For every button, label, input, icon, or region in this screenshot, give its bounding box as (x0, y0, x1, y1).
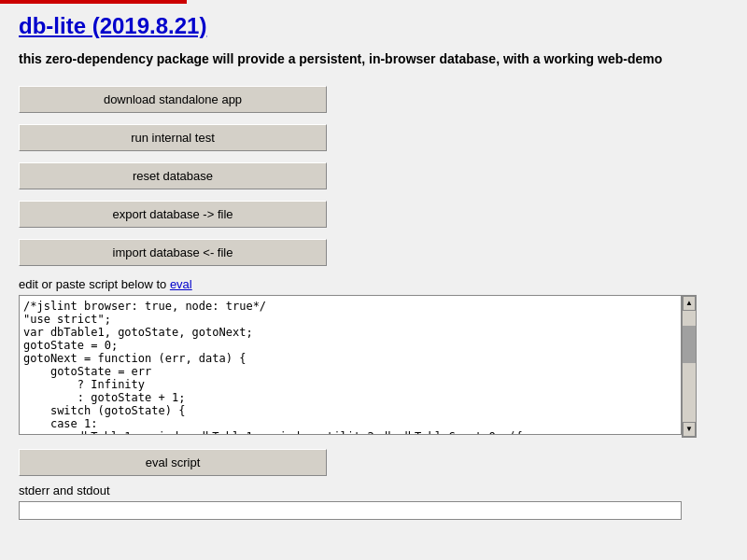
stderr-label: stderr and stdout (19, 483, 728, 497)
import-db-button[interactable]: import database <- file (19, 239, 327, 266)
script-area: ▲ ▼ (19, 295, 728, 438)
title-link[interactable]: db-lite (2019.8.21) (19, 13, 206, 39)
script-textarea[interactable] (19, 295, 682, 435)
reset-db-button[interactable]: reset database (19, 162, 327, 189)
download-button[interactable]: download standalone app (19, 86, 327, 113)
eval-label: edit or paste script below to eval (19, 277, 728, 291)
textarea-wrapper (19, 295, 682, 438)
stderr-output (19, 501, 682, 520)
description: this zero-dependency package will provid… (19, 50, 728, 69)
export-db-btn-row: export database -> file (19, 201, 728, 228)
download-btn-row: download standalone app (19, 86, 728, 113)
reset-db-btn-row: reset database (19, 162, 728, 189)
eval-section: edit or paste script below to eval ▲ ▼ e… (19, 277, 728, 476)
export-db-button[interactable]: export database -> file (19, 201, 327, 228)
eval-script-button[interactable]: eval script (19, 449, 327, 476)
scroll-down-arrow[interactable]: ▼ (683, 422, 696, 437)
eval-btn-row: eval script (19, 449, 728, 476)
scrollbar-right[interactable]: ▲ ▼ (682, 295, 697, 438)
run-test-btn-row: run internal test (19, 124, 728, 151)
scroll-up-arrow[interactable]: ▲ (683, 296, 696, 311)
eval-link[interactable]: eval (170, 277, 192, 291)
import-db-btn-row: import database <- file (19, 239, 728, 266)
run-test-button[interactable]: run internal test (19, 124, 327, 151)
scroll-thumb[interactable] (683, 326, 696, 363)
